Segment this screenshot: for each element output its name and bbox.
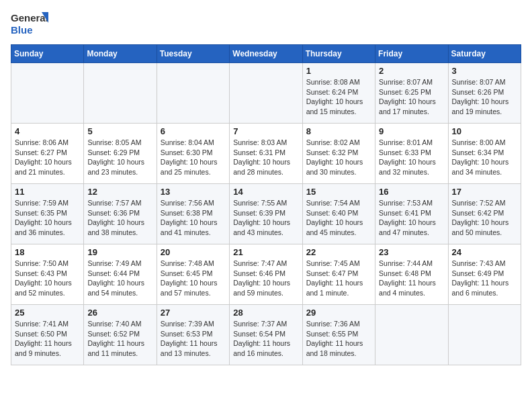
day-content: Sunrise: 8:06 AM Sunset: 6:27 PM Dayligh…	[15, 138, 80, 177]
day-content: Sunrise: 7:50 AM Sunset: 6:43 PM Dayligh…	[15, 259, 80, 298]
calendar-cell: 22Sunrise: 7:45 AM Sunset: 6:47 PM Dayli…	[302, 244, 375, 305]
calendar-cell: 19Sunrise: 7:49 AM Sunset: 6:44 PM Dayli…	[84, 244, 157, 305]
day-content: Sunrise: 7:59 AM Sunset: 6:35 PM Dayligh…	[15, 198, 80, 238]
day-number: 19	[87, 247, 152, 257]
day-number: 24	[452, 247, 517, 257]
day-number: 3	[452, 66, 517, 76]
calendar-cell: 15Sunrise: 7:54 AM Sunset: 6:40 PM Dayli…	[302, 184, 375, 244]
calendar-cell: 9Sunrise: 8:01 AM Sunset: 6:33 PM Daylig…	[375, 124, 448, 184]
dow-header-wednesday: Wednesday	[230, 45, 302, 63]
day-number: 13	[161, 187, 226, 197]
day-content: Sunrise: 7:55 AM Sunset: 6:39 PM Dayligh…	[233, 198, 298, 238]
day-number: 12	[87, 187, 152, 197]
day-number: 5	[87, 126, 152, 136]
calendar-cell	[448, 305, 521, 365]
dow-header-friday: Friday	[375, 45, 448, 63]
dow-header-sunday: Sunday	[11, 45, 84, 63]
calendar-cell: 11Sunrise: 7:59 AM Sunset: 6:35 PM Dayli…	[11, 184, 84, 244]
day-number: 2	[379, 66, 444, 76]
day-number: 1	[306, 66, 371, 76]
week-row-1: 1Sunrise: 8:08 AM Sunset: 6:24 PM Daylig…	[11, 63, 521, 124]
day-number: 21	[233, 247, 298, 257]
day-content: Sunrise: 7:45 AM Sunset: 6:47 PM Dayligh…	[306, 259, 371, 298]
day-content: Sunrise: 7:49 AM Sunset: 6:44 PM Dayligh…	[87, 259, 152, 298]
calendar-cell: 24Sunrise: 7:43 AM Sunset: 6:49 PM Dayli…	[448, 244, 521, 305]
day-content: Sunrise: 8:01 AM Sunset: 6:33 PM Dayligh…	[379, 138, 444, 177]
day-content: Sunrise: 7:57 AM Sunset: 6:36 PM Dayligh…	[87, 198, 152, 238]
calendar-cell: 14Sunrise: 7:55 AM Sunset: 6:39 PM Dayli…	[230, 184, 302, 244]
day-number: 29	[306, 308, 371, 318]
day-content: Sunrise: 8:08 AM Sunset: 6:24 PM Dayligh…	[306, 77, 371, 117]
calendar-cell: 1Sunrise: 8:08 AM Sunset: 6:24 PM Daylig…	[302, 63, 375, 124]
day-content: Sunrise: 7:54 AM Sunset: 6:40 PM Dayligh…	[306, 198, 371, 238]
calendar-cell: 13Sunrise: 7:56 AM Sunset: 6:38 PM Dayli…	[157, 184, 229, 244]
calendar-cell: 2Sunrise: 8:07 AM Sunset: 6:25 PM Daylig…	[375, 63, 448, 124]
svg-text:Blue: Blue	[11, 24, 33, 36]
day-content: Sunrise: 8:04 AM Sunset: 6:30 PM Dayligh…	[161, 138, 226, 177]
dow-header-thursday: Thursday	[302, 45, 375, 63]
day-content: Sunrise: 8:00 AM Sunset: 6:34 PM Dayligh…	[452, 138, 517, 177]
day-content: Sunrise: 8:07 AM Sunset: 6:26 PM Dayligh…	[452, 77, 517, 117]
calendar-cell: 4Sunrise: 8:06 AM Sunset: 6:27 PM Daylig…	[11, 124, 84, 184]
week-row-3: 11Sunrise: 7:59 AM Sunset: 6:35 PM Dayli…	[11, 184, 521, 244]
calendar-cell	[84, 63, 157, 124]
day-number: 8	[306, 126, 371, 136]
calendar-cell	[375, 305, 448, 365]
calendar-cell: 8Sunrise: 8:02 AM Sunset: 6:32 PM Daylig…	[302, 124, 375, 184]
calendar-cell: 12Sunrise: 7:57 AM Sunset: 6:36 PM Dayli…	[84, 184, 157, 244]
calendar-cell: 6Sunrise: 8:04 AM Sunset: 6:30 PM Daylig…	[157, 124, 229, 184]
day-number: 26	[87, 308, 152, 318]
calendar-cell: 7Sunrise: 8:03 AM Sunset: 6:31 PM Daylig…	[230, 124, 302, 184]
dow-header-monday: Monday	[84, 45, 157, 63]
calendar-cell: 25Sunrise: 7:41 AM Sunset: 6:50 PM Dayli…	[11, 305, 84, 365]
day-of-week-header-row: SundayMondayTuesdayWednesdayThursdayFrid…	[11, 45, 521, 63]
logo: GeneralBlue	[11, 11, 51, 36]
calendar-cell: 27Sunrise: 7:39 AM Sunset: 6:53 PM Dayli…	[157, 305, 229, 365]
day-number: 6	[161, 126, 226, 136]
day-number: 4	[15, 126, 80, 136]
dow-header-tuesday: Tuesday	[157, 45, 229, 63]
day-number: 23	[379, 247, 444, 257]
calendar-cell: 10Sunrise: 8:00 AM Sunset: 6:34 PM Dayli…	[448, 124, 521, 184]
calendar-cell	[11, 63, 84, 124]
day-content: Sunrise: 7:52 AM Sunset: 6:42 PM Dayligh…	[452, 198, 517, 238]
week-row-5: 25Sunrise: 7:41 AM Sunset: 6:50 PM Dayli…	[11, 305, 521, 365]
calendar-cell: 5Sunrise: 8:05 AM Sunset: 6:29 PM Daylig…	[84, 124, 157, 184]
day-number: 16	[379, 187, 444, 197]
calendar-cell: 26Sunrise: 7:40 AM Sunset: 6:52 PM Dayli…	[84, 305, 157, 365]
logo-svg: GeneralBlue	[11, 11, 51, 36]
day-number: 11	[15, 187, 80, 197]
calendar-cell	[230, 63, 302, 124]
calendar-table: SundayMondayTuesdayWednesdayThursdayFrid…	[11, 44, 521, 365]
day-number: 10	[452, 126, 517, 136]
day-content: Sunrise: 7:43 AM Sunset: 6:49 PM Dayligh…	[452, 259, 517, 298]
day-content: Sunrise: 7:56 AM Sunset: 6:38 PM Dayligh…	[161, 198, 226, 238]
day-content: Sunrise: 8:02 AM Sunset: 6:32 PM Dayligh…	[306, 138, 371, 177]
day-number: 18	[15, 247, 80, 257]
day-content: Sunrise: 7:39 AM Sunset: 6:53 PM Dayligh…	[161, 319, 226, 359]
calendar-cell: 29Sunrise: 7:36 AM Sunset: 6:55 PM Dayli…	[302, 305, 375, 365]
day-number: 28	[233, 308, 298, 318]
calendar-body: 1Sunrise: 8:08 AM Sunset: 6:24 PM Daylig…	[11, 63, 521, 365]
day-number: 22	[306, 247, 371, 257]
day-content: Sunrise: 8:05 AM Sunset: 6:29 PM Dayligh…	[87, 138, 152, 177]
svg-text:General: General	[11, 12, 48, 24]
week-row-2: 4Sunrise: 8:06 AM Sunset: 6:27 PM Daylig…	[11, 124, 521, 184]
day-number: 15	[306, 187, 371, 197]
day-content: Sunrise: 8:07 AM Sunset: 6:25 PM Dayligh…	[379, 77, 444, 117]
day-content: Sunrise: 7:53 AM Sunset: 6:41 PM Dayligh…	[379, 198, 444, 238]
calendar-cell: 20Sunrise: 7:48 AM Sunset: 6:45 PM Dayli…	[157, 244, 229, 305]
week-row-4: 18Sunrise: 7:50 AM Sunset: 6:43 PM Dayli…	[11, 244, 521, 305]
calendar-cell: 23Sunrise: 7:44 AM Sunset: 6:48 PM Dayli…	[375, 244, 448, 305]
day-content: Sunrise: 7:47 AM Sunset: 6:46 PM Dayligh…	[233, 259, 298, 298]
calendar-cell	[157, 63, 229, 124]
day-number: 17	[452, 187, 517, 197]
day-content: Sunrise: 7:41 AM Sunset: 6:50 PM Dayligh…	[15, 319, 80, 359]
dow-header-saturday: Saturday	[448, 45, 521, 63]
day-content: Sunrise: 7:40 AM Sunset: 6:52 PM Dayligh…	[87, 319, 152, 359]
day-number: 14	[233, 187, 298, 197]
day-number: 27	[161, 308, 226, 318]
day-number: 20	[161, 247, 226, 257]
calendar-cell: 21Sunrise: 7:47 AM Sunset: 6:46 PM Dayli…	[230, 244, 302, 305]
calendar-cell: 28Sunrise: 7:37 AM Sunset: 6:54 PM Dayli…	[230, 305, 302, 365]
